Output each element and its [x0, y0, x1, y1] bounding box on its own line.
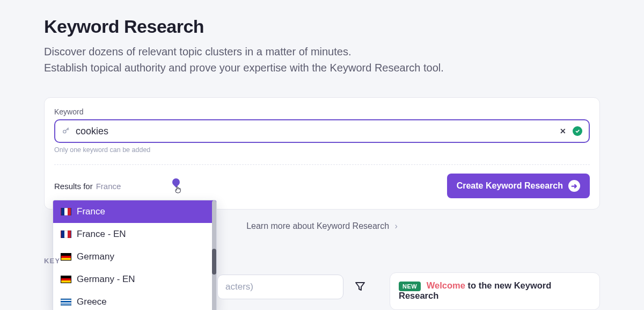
- search-input-peek[interactable]: acters): [217, 275, 343, 299]
- chevron-right-icon: ›: [395, 221, 398, 230]
- country-option-label: Greece: [77, 297, 107, 307]
- new-badge: NEW: [399, 282, 421, 291]
- create-research-button[interactable]: Create Keyword Research ➜: [447, 174, 590, 198]
- country-option-germany[interactable]: Germany: [53, 246, 216, 268]
- keyword-input-container[interactable]: ✕: [54, 119, 590, 143]
- subtitle-line-1: Discover dozens of relevant topic cluste…: [44, 46, 351, 57]
- keyword-research-card: Keyword ✕ Only one keyword can be added …: [44, 97, 600, 210]
- results-for-row: Results for: [54, 182, 134, 191]
- page-title: Keyword Research: [44, 16, 600, 37]
- flag-france-icon: [61, 230, 71, 238]
- keyword-valid-icon: [573, 126, 582, 136]
- welcome-card: NEW Welcome to the new Keyword Research: [390, 272, 600, 310]
- results-for-label: Results for: [54, 182, 93, 191]
- flag-greece-icon: [61, 298, 71, 306]
- arrow-right-icon: ➜: [568, 180, 580, 192]
- page-subtitle: Discover dozens of relevant topic cluste…: [44, 44, 600, 76]
- welcome-accent: Welcome: [427, 280, 465, 290]
- learn-more-label: Learn more about Keyword Research: [246, 221, 389, 230]
- keyword-field-label: Keyword: [54, 107, 590, 116]
- country-option-france-en[interactable]: France - EN: [53, 223, 216, 246]
- keyword-hint: Only one keyword can be added: [54, 146, 590, 154]
- country-option-germany-en[interactable]: Germany - EN: [53, 268, 216, 291]
- country-option-label: Germany - EN: [77, 274, 135, 285]
- flag-germany-icon: [61, 253, 71, 261]
- welcome-rest: to the new Keyword Research: [399, 280, 551, 300]
- keyword-input[interactable]: [76, 126, 554, 137]
- create-button-label: Create Keyword Research: [457, 181, 563, 191]
- svg-point-0: [63, 130, 66, 133]
- country-option-label: France: [77, 206, 105, 217]
- country-dropdown[interactable]: France France - EN Germany Germany - EN …: [53, 200, 217, 310]
- country-option-greece[interactable]: Greece: [53, 291, 216, 310]
- section-label-fragment: KEY: [44, 257, 60, 265]
- country-option-label: France - EN: [77, 229, 126, 240]
- country-option-france[interactable]: France: [53, 200, 216, 223]
- clear-keyword-icon[interactable]: ✕: [560, 127, 566, 135]
- country-input[interactable]: [96, 182, 134, 191]
- flag-germany-icon: [61, 276, 71, 283]
- cursor-hand-icon: [173, 185, 182, 196]
- search-placeholder-fragment: acters): [225, 282, 253, 292]
- key-icon: [62, 126, 70, 136]
- divider: [54, 164, 590, 165]
- dropdown-scrollbar-thumb[interactable]: [212, 249, 216, 275]
- subtitle-line-2: Establish topical authority and prove yo…: [44, 62, 444, 74]
- country-option-label: Germany: [77, 251, 114, 262]
- flag-france-icon: [61, 208, 71, 215]
- filter-icon[interactable]: [352, 278, 368, 294]
